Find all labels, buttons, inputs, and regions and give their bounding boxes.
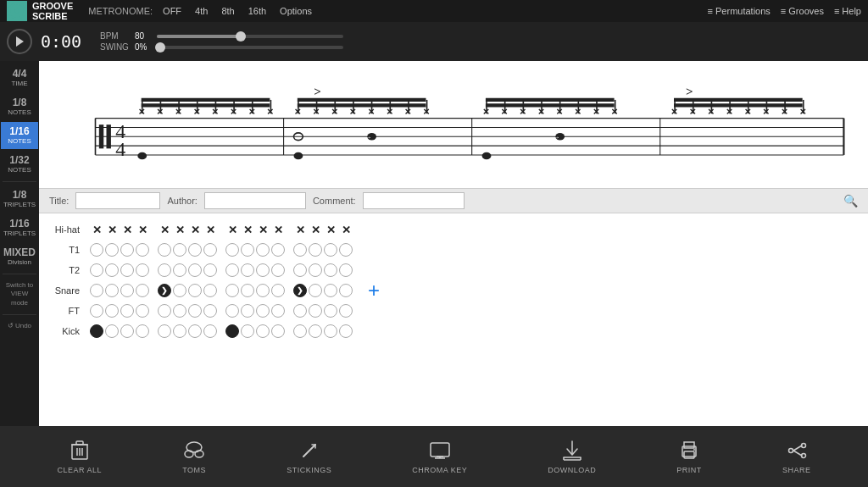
ft-cell-2-2[interactable]: [173, 304, 186, 318]
comment-input[interactable]: [363, 192, 465, 209]
t1-cell-1-4[interactable]: [136, 243, 149, 257]
metronome-off[interactable]: OFF: [159, 6, 185, 16]
metronome-4th[interactable]: 4th: [192, 6, 211, 16]
hihat-cell-3-3[interactable]: ✕: [256, 223, 270, 236]
sidebar-undo[interactable]: ↺Undo: [6, 318, 33, 333]
ft-cell-3-1[interactable]: [225, 304, 239, 318]
metronome-16th[interactable]: 16th: [245, 6, 270, 16]
t1-cell-4-4[interactable]: [339, 243, 353, 257]
ft-cell-1-3[interactable]: [120, 304, 134, 318]
toolbar-stickings[interactable]: STICKINGS: [287, 439, 331, 474]
snare-cell-4-3[interactable]: [324, 284, 337, 297]
t2-cell-2-1[interactable]: [158, 263, 171, 277]
ft-cell-4-3[interactable]: [324, 304, 337, 318]
bpm-slider[interactable]: [157, 35, 343, 38]
toolbar-chroma-key[interactable]: CHROMA KEY: [412, 439, 467, 474]
nav-permutations[interactable]: ≡ Permutations: [708, 6, 771, 16]
ft-cell-3-3[interactable]: [256, 304, 270, 318]
author-input[interactable]: [204, 192, 306, 209]
t2-cell-4-2[interactable]: [309, 263, 322, 277]
t1-cell-3-1[interactable]: [225, 243, 239, 257]
kick-cell-1-3[interactable]: [120, 324, 134, 338]
ft-cell-3-4[interactable]: [271, 304, 285, 318]
hihat-cell-1-4[interactable]: ✕: [136, 223, 149, 236]
snare-cell-1-2[interactable]: [105, 284, 119, 297]
snare-cell-4-2[interactable]: [309, 284, 322, 297]
kick-cell-1-2[interactable]: [105, 324, 119, 338]
t2-cell-3-3[interactable]: [256, 263, 270, 277]
t2-cell-2-4[interactable]: [203, 263, 217, 277]
hihat-cell-1-2[interactable]: ✕: [105, 223, 119, 236]
t1-cell-1-2[interactable]: [105, 243, 119, 257]
t1-cell-3-4[interactable]: [271, 243, 285, 257]
nav-grooves[interactable]: ≡ Grooves: [781, 6, 824, 16]
ft-cell-4-1[interactable]: [293, 304, 307, 318]
snare-cell-3-3[interactable]: [256, 284, 270, 297]
ft-cell-4-2[interactable]: [309, 304, 322, 318]
t1-cell-3-2[interactable]: [241, 243, 254, 257]
snare-cell-1-1[interactable]: [90, 284, 103, 297]
meta-search-icon[interactable]: 🔍: [843, 194, 858, 208]
t1-cell-3-3[interactable]: [256, 243, 270, 257]
kick-cell-3-3[interactable]: [256, 324, 270, 338]
ft-cell-2-3[interactable]: [188, 304, 202, 318]
ft-cell-2-1[interactable]: [158, 304, 171, 318]
sidebar-item-44[interactable]: 4/4 TIME: [1, 64, 38, 91]
t2-cell-4-1[interactable]: [293, 263, 307, 277]
snare-cell-1-3[interactable]: [120, 284, 134, 297]
ft-cell-1-1[interactable]: [90, 304, 103, 318]
t2-cell-1-4[interactable]: [136, 263, 149, 277]
swing-slider[interactable]: [157, 46, 343, 49]
sidebar-item-18triplets[interactable]: 1/8 TRIPLETS: [1, 185, 38, 213]
hihat-cell-4-3[interactable]: ✕: [324, 223, 337, 236]
toolbar-toms[interactable]: TOMS: [182, 439, 206, 474]
ft-cell-4-4[interactable]: [339, 304, 353, 318]
t2-cell-1-1[interactable]: [90, 263, 103, 277]
t2-cell-1-3[interactable]: [120, 263, 134, 277]
ft-cell-1-2[interactable]: [105, 304, 119, 318]
kick-cell-3-1[interactable]: [225, 324, 239, 338]
toolbar-print[interactable]: PRINT: [676, 439, 702, 474]
t2-cell-4-3[interactable]: [324, 263, 337, 277]
add-row-button[interactable]: +: [368, 280, 380, 301]
snare-cell-2-1[interactable]: ❯: [158, 284, 171, 297]
hihat-cell-1-3[interactable]: ✕: [120, 223, 134, 236]
kick-cell-4-3[interactable]: [324, 324, 337, 338]
snare-cell-3-1[interactable]: [225, 284, 239, 297]
hihat-cell-2-4[interactable]: ✕: [203, 223, 217, 236]
snare-cell-4-1[interactable]: ❯: [293, 284, 307, 297]
sidebar-item-116notes[interactable]: 1/16 NOTES: [1, 122, 38, 149]
kick-cell-3-4[interactable]: [271, 324, 285, 338]
kick-cell-1-1[interactable]: [90, 324, 103, 338]
kick-cell-2-4[interactable]: [203, 324, 217, 338]
kick-cell-4-1[interactable]: [293, 324, 307, 338]
toolbar-clear-all[interactable]: CLEAR ALL: [58, 439, 103, 474]
hihat-cell-1-1[interactable]: ✕: [90, 223, 103, 236]
kick-cell-4-2[interactable]: [309, 324, 322, 338]
t1-cell-4-2[interactable]: [309, 243, 322, 257]
ft-cell-1-4[interactable]: [136, 304, 149, 318]
hihat-cell-4-2[interactable]: ✕: [309, 223, 322, 236]
kick-cell-1-4[interactable]: [136, 324, 149, 338]
metronome-8th[interactable]: 8th: [218, 6, 237, 16]
sidebar-switch-view[interactable]: Switch toVIEW mode: [0, 278, 39, 311]
t1-cell-2-4[interactable]: [203, 243, 217, 257]
ft-cell-2-4[interactable]: [203, 304, 217, 318]
hihat-cell-3-1[interactable]: ✕: [225, 223, 239, 236]
hihat-cell-3-2[interactable]: ✕: [241, 223, 254, 236]
toolbar-download[interactable]: DOWNLOAD: [548, 439, 596, 474]
hihat-cell-2-1[interactable]: ✕: [158, 223, 171, 236]
t1-cell-2-2[interactable]: [173, 243, 186, 257]
hihat-cell-4-4[interactable]: ✕: [339, 223, 353, 236]
kick-cell-2-2[interactable]: [173, 324, 186, 338]
t1-cell-1-1[interactable]: [90, 243, 103, 257]
ft-cell-3-2[interactable]: [241, 304, 254, 318]
kick-cell-2-1[interactable]: [158, 324, 171, 338]
t1-cell-4-1[interactable]: [293, 243, 307, 257]
t2-cell-3-4[interactable]: [271, 263, 285, 277]
play-button[interactable]: [7, 29, 32, 54]
title-input[interactable]: [75, 192, 160, 209]
sidebar-item-132notes[interactable]: 1/32 NOTES: [1, 151, 38, 178]
hihat-cell-4-1[interactable]: ✕: [293, 223, 307, 236]
t2-cell-4-4[interactable]: [339, 263, 353, 277]
